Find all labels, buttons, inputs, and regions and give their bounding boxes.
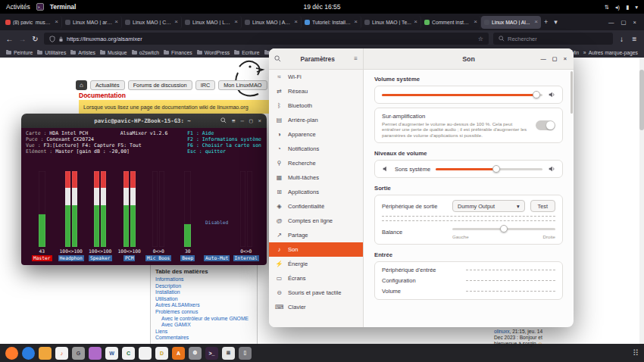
browser-tab[interactable]: Comment instal... × [421,16,481,29]
text-editor-icon[interactable]: ≣ [222,347,235,360]
music-icon[interactable]: ♪ [55,347,68,360]
browser-tab[interactable]: (8) pavic_musée... × [2,16,62,29]
settings-sidebar-item[interactable]: ▤ Arrière-plan › [269,113,363,127]
app-menu-icon[interactable]: ≡ [630,35,639,43]
toc-link[interactable]: Installation [155,289,252,296]
impress-icon[interactable] [139,347,152,360]
list-tabs-icon[interactable]: ▾ [554,18,558,26]
toc-link[interactable]: Autres ALSAMixers [155,302,252,309]
settings-sidebar-item[interactable]: ⚲ Recherche › [269,156,363,170]
terminal-menu-icon[interactable]: ≡ [232,117,236,124]
browser-tab[interactable]: Linux MAO | Le... × [182,16,242,29]
bookmark-item[interactable]: WordPress [197,50,230,55]
volume-icon[interactable]: ◂) [615,4,620,11]
toc-link[interactable]: Description [155,283,252,290]
tab-close-icon[interactable]: × [474,19,477,25]
mixer-channel[interactable]: 0<>0 Internal [232,160,261,261]
toc-link[interactable]: Liens [155,329,252,335]
focused-app-name[interactable]: Terminal [50,3,77,11]
bookmark-item[interactable]: o2switch [132,50,159,55]
terminal-icon[interactable]: >_ [205,347,218,360]
site-nav-tab[interactable]: Forums de discussion [128,80,192,90]
settings-sidebar-item[interactable]: @ Comptes en ligne › [269,214,363,228]
settings-close-button[interactable]: × [564,55,567,62]
settings-sidebar-item[interactable]: ⇄ Réseau › [269,84,363,98]
output-device-dropdown[interactable]: Dummy Output ▾ [452,200,525,212]
toc-link[interactable]: Informations [155,276,252,283]
gimp-icon[interactable]: G [72,347,85,360]
activities-button[interactable]: Activités [6,3,30,11]
terminal-close-button[interactable]: × [258,117,261,124]
test-button[interactable]: Test [530,200,555,212]
settings-sidebar-item[interactable]: ▦ Multi-tâches › [269,170,363,185]
settings-sidebar-item[interactable]: ↗ Partage › [269,228,363,242]
slider-knob[interactable] [533,91,540,98]
back-button[interactable]: ← [5,35,14,43]
page-scrollbar-thumb[interactable] [639,70,644,130]
settings-sidebar-item[interactable]: ⊖ Souris et pavé tactile › [269,286,363,300]
balance-slider[interactable] [452,225,555,232]
firefox-icon[interactable] [5,347,18,360]
thunderbird-icon[interactable] [22,347,35,360]
browser-tab[interactable]: Linux MAO | Co... × [122,16,182,29]
shield-icon[interactable] [49,36,55,42]
settings-sidebar-item[interactable]: ⚡ Énergie › [269,257,363,271]
mixer-channel[interactable]: 100<>100 PCM [115,160,145,261]
toc-link[interactable]: Problèmes connus [155,309,252,316]
downloads-icon[interactable]: ↓ [617,35,626,43]
forward-button[interactable]: → [18,35,27,43]
tab-close-icon[interactable]: × [294,19,298,25]
sound-panel-header[interactable]: Son — ▢ × [364,48,574,70]
mixer-channel[interactable]: 0<>0 Mic Boos [144,160,174,261]
software-icon[interactable]: A [172,347,185,360]
bookmark-item[interactable]: Artistes [70,50,95,55]
home-icon[interactable]: ⌂ [76,80,87,90]
mixer-channel[interactable]: 43 Master [27,160,57,261]
settings-sidebar-item[interactable]: ⊞ Applications › [269,185,363,199]
tray-chevron-icon[interactable]: ▾ [635,4,638,11]
settings-sidebar-item[interactable]: ᛒ Bluetooth › [269,98,363,113]
tab-close-icon[interactable]: × [234,19,238,25]
system-tray[interactable]: ⇅ ◂) ▮ ▾ [605,4,638,11]
browser-tab[interactable]: Linux MAO | ard... × [62,16,122,29]
close-button[interactable]: × [633,19,636,26]
maximize-button[interactable]: ▢ [621,19,627,26]
site-nav-tab[interactable]: Mon LinuxMAO [218,80,267,90]
settings-sidebar-item[interactable]: ◔ Notifications › [269,142,363,156]
settings-sidebar-item[interactable]: ⌨ Clavier › [269,300,363,314]
settings-search-icon[interactable] [274,55,281,62]
mixer-channel[interactable]: 100<>100 Speaker [86,160,115,261]
reload-button[interactable]: ↻ [31,35,39,43]
toc-link[interactable]: Commentaires [155,335,252,342]
site-nav-tab[interactable]: IRC [195,80,216,90]
calc-icon[interactable]: C [122,347,135,360]
tab-close-icon[interactable]: × [354,19,358,25]
bookmark-item[interactable]: Finances [164,50,192,55]
mixer-channel[interactable]: Disabled Auto-Mut [202,160,232,261]
toc-link[interactable]: Avec le contrôleur de volume GNOME [155,316,252,323]
terminal-search-icon[interactable] [220,117,227,125]
photos-icon[interactable] [89,347,102,360]
system-volume-slider[interactable] [382,91,542,98]
tab-close-icon[interactable]: × [55,19,58,25]
bookmark-item[interactable]: Utilitaires [37,50,66,55]
chat-username[interactable]: olinuxx [494,329,510,334]
browser-tab[interactable]: Linux MAO | Te... × [361,16,421,29]
settings-sidebar-item[interactable]: ◑ Apparence › [269,127,363,142]
writer-icon[interactable]: W [105,347,118,360]
tab-close-icon[interactable]: × [534,19,538,25]
slider-knob[interactable] [492,165,500,173]
terminal-maximize-button[interactable]: ▢ [249,117,253,124]
search-input[interactable]: Rechercher [493,33,613,45]
tab-close-icon[interactable]: × [174,19,178,25]
toc-link[interactable]: Utilisation [155,296,252,303]
mixer-channel[interactable]: 100<>100 Headphon [57,160,86,261]
tab-close-icon[interactable]: × [114,19,118,25]
bookmark-item[interactable]: Musique [100,50,127,55]
bookmarks-overflow[interactable]: » Autres marque-pages [583,50,638,55]
terminal-minimize-button[interactable]: — [240,117,244,124]
settings-sidebar-item[interactable]: ▭ Écrans › [269,271,363,286]
settings-maximize-button[interactable]: ▢ [552,55,558,62]
browser-tab[interactable]: Linux MAO | Al... × [481,16,541,29]
settings-scrollbar-thumb[interactable] [571,71,573,114]
